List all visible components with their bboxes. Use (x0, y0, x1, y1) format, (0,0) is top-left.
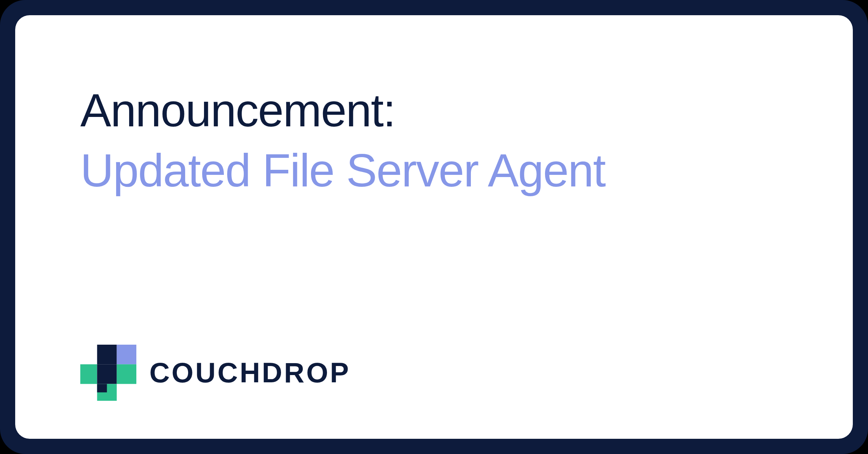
heading-line-2: Updated File Server Agent (80, 140, 788, 201)
svg-rect-6 (97, 384, 107, 392)
brand-name: COUCHDROP (149, 356, 350, 389)
card-inner: Announcement: Updated File Server Agent … (15, 15, 853, 439)
brand-logo: COUCHDROP (80, 345, 350, 401)
svg-rect-2 (80, 364, 97, 384)
svg-rect-3 (97, 364, 117, 384)
svg-rect-4 (117, 364, 136, 384)
svg-rect-1 (117, 345, 136, 364)
couchdrop-logo-mark-icon (80, 345, 136, 401)
heading-line-1: Announcement: (80, 80, 788, 140)
announcement-card: Announcement: Updated File Server Agent … (0, 0, 868, 454)
svg-rect-0 (97, 345, 117, 364)
announcement-heading: Announcement: Updated File Server Agent (80, 80, 788, 201)
